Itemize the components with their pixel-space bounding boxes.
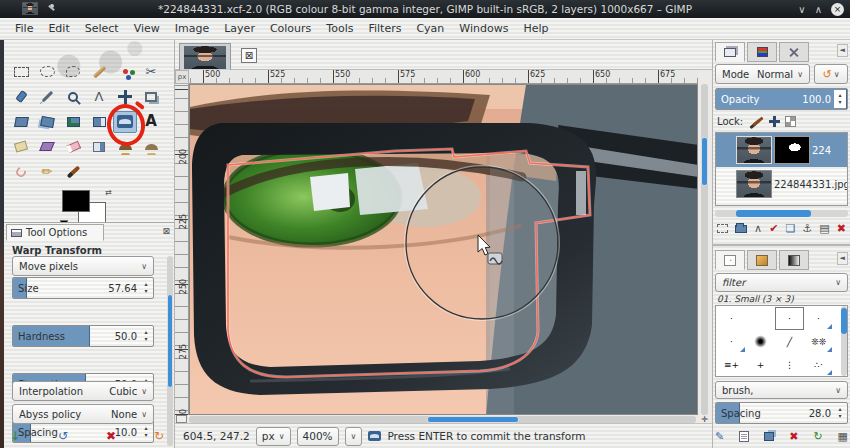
menu-tools[interactable]: Tools (319, 20, 360, 37)
swap-colors-icon[interactable]: ⇄ (105, 188, 112, 197)
refresh-brushes-button[interactable]: ↻ (813, 430, 822, 443)
tool-pencil[interactable]: ✏ (35, 161, 59, 183)
spinner[interactable]: ▴▾ (140, 279, 152, 297)
brush-item[interactable]: + (746, 353, 775, 376)
menu-help[interactable]: Help (516, 20, 555, 37)
menu-file[interactable]: File (8, 20, 40, 37)
vertical-ruler[interactable]: 200 225 250 275 300 (175, 84, 189, 415)
tool-perspective[interactable] (61, 111, 85, 133)
abyss-policy-select[interactable]: Abyss policy None ∨ (12, 404, 154, 424)
opacity-slider[interactable]: Opacity 100.0 ▴▾ (715, 88, 848, 110)
tool-gradient[interactable] (87, 136, 111, 158)
tool-unified-transform[interactable] (87, 111, 111, 133)
brush-item[interactable] (746, 330, 775, 353)
duplicate-brush-button[interactable] (764, 432, 774, 441)
layer-thumbnail[interactable] (736, 136, 772, 164)
size-slider[interactable]: Size 57.64 ▴▾ (12, 277, 154, 299)
menu-colours[interactable]: Colours (263, 20, 318, 37)
tool-zoom[interactable] (61, 86, 85, 108)
dock-close-icon[interactable]: ⊠ (162, 226, 170, 236)
menu-edit[interactable]: Edit (41, 20, 76, 37)
tool-smudge[interactable] (9, 161, 33, 183)
merge-layer-button[interactable]: ▤ (819, 222, 829, 235)
tab-layers[interactable] (715, 42, 745, 62)
spinner[interactable]: ▴▾ (834, 404, 846, 422)
tool-scissors-select[interactable]: ✂ (139, 61, 163, 83)
tab-gradients[interactable] (779, 250, 809, 270)
layer-mask-thumbnail[interactable] (774, 136, 810, 164)
tool-paintbrush[interactable] (61, 161, 85, 183)
brush-grid-scrollbar[interactable] (841, 306, 847, 376)
menu-filters[interactable]: Filters (361, 20, 408, 37)
layer-list-scrollbar[interactable] (715, 210, 848, 217)
tool-ink[interactable] (9, 86, 33, 108)
tool-rotate[interactable] (9, 111, 33, 133)
spinner[interactable]: ▴▾ (834, 90, 846, 108)
behavior-select[interactable]: Move pixels ∨ (12, 256, 154, 276)
spinner[interactable]: ▴▾ (140, 327, 152, 345)
scrollbar-thumb[interactable] (736, 210, 810, 217)
brush-item-selected[interactable]: · (775, 307, 804, 330)
menu-windows[interactable]: Windows (452, 20, 515, 37)
tool-paint-select[interactable] (87, 61, 111, 83)
dock-divider[interactable] (713, 244, 850, 246)
maximize-button[interactable]: ∧ (815, 4, 822, 15)
tool-clone[interactable] (113, 136, 137, 158)
layer-row[interactable]: 224844331.jpg (716, 167, 847, 201)
interpolation-select[interactable]: Interpolation Cubic ∨ (12, 381, 154, 401)
brush-item[interactable]: · (717, 307, 746, 330)
quick-mask-toggle[interactable] (176, 415, 187, 423)
tool-options-tab[interactable]: Tool Options (6, 224, 104, 241)
layer-mode-select[interactable]: Mode Normal ∨ (715, 64, 810, 84)
duplicate-layer-button[interactable]: ❏ (785, 222, 795, 235)
minimize-button[interactable]: ∨ (798, 4, 805, 15)
tab-channels[interactable] (747, 42, 777, 62)
tool-warp-transform-active[interactable] (113, 111, 137, 133)
delete-preset-button[interactable]: ✖ (106, 429, 116, 443)
tab-patterns[interactable] (747, 250, 777, 270)
tool-shear[interactable] (35, 111, 59, 133)
horizontal-ruler[interactable]: 500 525 550 575 600 625 650 675 (189, 70, 698, 84)
layer-name[interactable]: 224844331.jpg (774, 179, 847, 190)
menu-layer[interactable]: Layer (217, 20, 262, 37)
tool-rectangle-select[interactable] (9, 61, 33, 83)
raise-layer-button[interactable]: ∧ (754, 222, 762, 235)
layer-name[interactable]: 224 (812, 145, 831, 156)
edit-brush-button[interactable]: ✎ (715, 430, 724, 443)
apply-button[interactable]: ✔ (769, 222, 778, 235)
new-layer-button[interactable] (717, 224, 728, 233)
tool-measure[interactable]: Λ (87, 86, 111, 108)
tool-color-picker[interactable] (35, 86, 59, 108)
tool-move[interactable] (113, 86, 137, 108)
delete-brush-button[interactable]: ✖ (789, 430, 798, 443)
save-preset-button[interactable]: ↓ (10, 429, 20, 443)
scrollbar-thumb[interactable] (167, 294, 173, 388)
dock-menu-button[interactable]: ◄ (837, 252, 848, 265)
canvas-vertical-scrollbar[interactable] (701, 84, 708, 415)
menu-cyan[interactable]: Cyan (409, 20, 451, 37)
menu-select[interactable]: Select (78, 20, 126, 37)
zoom-entry[interactable]: 400% (297, 427, 339, 446)
tool-select-by-color[interactable] (113, 61, 137, 83)
lock-alpha-icon[interactable] (785, 116, 796, 127)
brush-item[interactable]: · (717, 330, 746, 353)
scrollbar-thumb[interactable] (701, 137, 708, 186)
anchor-layer-button[interactable]: ⚓ (802, 222, 812, 235)
dock-menu-button[interactable]: ◄ (837, 44, 848, 57)
tool-handle-transform[interactable] (35, 136, 59, 158)
brush-item[interactable]: ∴· (804, 353, 833, 376)
scrollbar-thumb[interactable] (427, 416, 518, 423)
tool-eraser[interactable] (61, 136, 85, 158)
ruler-origin-button[interactable]: px (175, 70, 189, 84)
brush-spacing-slider[interactable]: Spacing 28.0 ▴▾ (715, 402, 848, 424)
lock-position-icon[interactable] (773, 116, 776, 127)
hardness-slider[interactable]: Hardness 50.0 ▴▾ (12, 325, 154, 347)
layer-row-active[interactable]: 224 (716, 133, 847, 167)
foreground-color-swatch[interactable] (62, 190, 90, 212)
unit-select[interactable]: px ∨ (256, 427, 291, 446)
empty-image-tab[interactable]: ⊠ (241, 48, 257, 63)
brush-filter-input[interactable]: filter ∨ (715, 273, 848, 292)
tab-brushes[interactable]: · (715, 250, 745, 270)
close-button[interactable]: × (831, 3, 844, 16)
tool-text[interactable]: A (139, 111, 163, 133)
